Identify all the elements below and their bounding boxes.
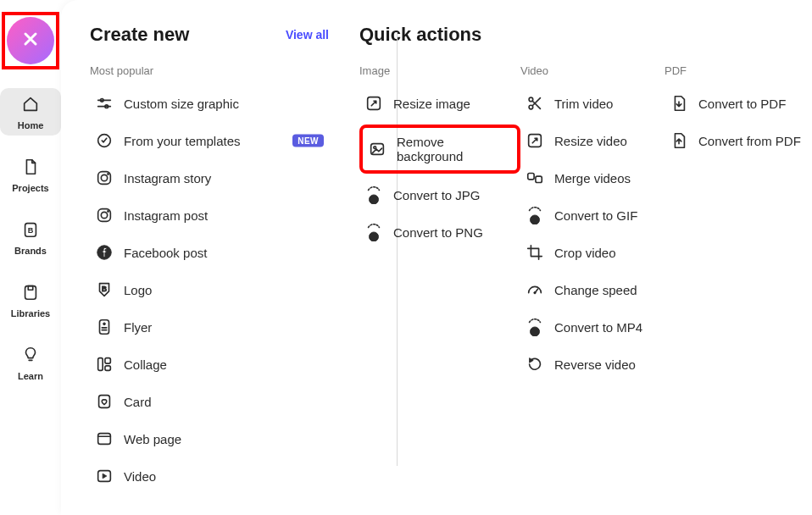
templates-icon: [95, 131, 114, 150]
flyer-icon: [95, 318, 114, 336]
item-change-speed[interactable]: Change speed: [520, 274, 665, 306]
lightbulb-icon: [21, 346, 40, 368]
item-crop-video[interactable]: Crop video: [520, 236, 665, 269]
svg-rect-25: [99, 396, 110, 408]
quick-actions-section: Quick actions Image Resize image: [359, 24, 809, 498]
sidebar-item-projects[interactable]: Projects: [0, 151, 61, 198]
new-badge: NEW: [292, 135, 324, 147]
item-label: Trim video: [554, 97, 613, 111]
column-label-image: Image: [359, 64, 520, 77]
item-card[interactable]: Card: [90, 385, 329, 418]
item-label: Card: [124, 395, 152, 409]
quick-col-video: Video Trim video Resize vide: [520, 64, 665, 380]
item-label: Convert to GIF: [554, 208, 637, 223]
create-item-list: Custom size graphic From your templates …: [90, 87, 329, 492]
item-label: Video: [124, 469, 156, 484]
item-label: Convert to MP4: [554, 320, 642, 335]
most-popular-subheading: Most popular: [90, 64, 329, 77]
item-label: Facebook post: [124, 246, 207, 260]
item-label: Remove background: [397, 135, 512, 163]
merge-icon: [526, 169, 544, 187]
convert-gif-icon: [526, 206, 544, 224]
reverse-icon: [526, 355, 544, 374]
view-all-link[interactable]: View all: [286, 28, 329, 42]
remove-bg-icon: [368, 140, 387, 158]
column-label-pdf: PDF: [665, 64, 809, 77]
item-logo[interactable]: B Logo: [90, 274, 329, 306]
sidebar: Home Projects B Brands Libraries Learn: [0, 0, 61, 515]
sidebar-item-home[interactable]: Home: [0, 88, 61, 136]
item-label: Convert to JPG: [393, 188, 481, 202]
facebook-icon: [95, 243, 114, 262]
item-convert-to-mp4[interactable]: Convert to MP4: [520, 311, 665, 343]
item-video[interactable]: Video: [90, 460, 329, 492]
sidebar-item-learn[interactable]: Learn: [0, 339, 61, 386]
create-new-section: Create new View all Most popular Custom …: [90, 24, 329, 498]
highlight-create-button: [2, 12, 59, 69]
to-pdf-icon: [670, 94, 688, 113]
svg-rect-24: [105, 366, 110, 371]
instagram-icon: [95, 206, 114, 224]
svg-point-40: [534, 291, 536, 293]
item-from-your-templates[interactable]: From your templates NEW: [90, 125, 329, 157]
crop-icon: [526, 243, 544, 262]
item-label: Reverse video: [554, 357, 636, 372]
sidebar-item-label: Home: [18, 120, 44, 130]
svg-rect-3: [28, 286, 33, 291]
svg-text:B: B: [102, 285, 107, 293]
svg-rect-38: [536, 176, 542, 182]
item-custom-size-graphic[interactable]: Custom size graphic: [90, 87, 329, 119]
item-collage[interactable]: Collage: [90, 348, 329, 380]
from-pdf-icon: [670, 131, 688, 150]
item-resize-video[interactable]: Resize video: [520, 125, 665, 157]
item-trim-video[interactable]: Trim video: [520, 87, 665, 119]
collage-icon: [95, 355, 114, 374]
file-icon: [21, 158, 40, 180]
item-facebook-post[interactable]: Facebook post: [90, 236, 329, 269]
svg-rect-23: [105, 358, 110, 363]
item-resize-image[interactable]: Resize image: [359, 87, 520, 119]
video-play-icon: [95, 467, 114, 485]
item-convert-to-png[interactable]: Convert to PNG: [359, 216, 520, 248]
item-label: Resize video: [554, 134, 627, 148]
svg-rect-26: [98, 434, 111, 445]
create-new-heading: Create new: [90, 24, 189, 46]
item-convert-from-pdf[interactable]: Convert from PDF: [665, 125, 809, 157]
item-convert-to-jpg[interactable]: Convert to JPG: [359, 179, 520, 211]
svg-point-31: [374, 147, 376, 149]
item-label: Logo: [124, 283, 152, 297]
sidebar-item-label: Brands: [14, 246, 47, 256]
instagram-icon: [95, 169, 114, 187]
item-flyer[interactable]: Flyer: [90, 311, 329, 343]
item-reverse-video[interactable]: Reverse video: [520, 348, 665, 380]
item-web-page[interactable]: Web page: [90, 423, 329, 455]
item-label: Convert to PDF: [698, 97, 786, 111]
resize-video-icon: [526, 131, 544, 150]
sidebar-item-brands[interactable]: B Brands: [0, 213, 61, 261]
svg-point-15: [107, 210, 108, 212]
convert-mp4-icon: [526, 318, 544, 336]
svg-rect-18: [100, 320, 109, 335]
item-convert-to-pdf[interactable]: Convert to PDF: [665, 87, 809, 119]
convert-jpg-icon: [364, 186, 383, 204]
item-instagram-post[interactable]: Instagram post: [90, 199, 329, 231]
home-icon: [21, 95, 40, 117]
logo-badge-icon: B: [95, 280, 114, 299]
quick-actions-heading: Quick actions: [359, 24, 481, 46]
scissors-icon: [526, 94, 544, 113]
item-instagram-story[interactable]: Instagram story: [90, 162, 329, 194]
svg-point-12: [107, 173, 108, 174]
svg-point-19: [103, 323, 106, 325]
webpage-icon: [95, 429, 114, 448]
svg-text:B: B: [28, 226, 34, 235]
item-label: Merge videos: [554, 171, 631, 186]
main-panel: Create new View all Most popular Custom …: [61, 0, 812, 515]
sidebar-item-libraries[interactable]: Libraries: [0, 276, 61, 324]
item-convert-to-gif[interactable]: Convert to GIF: [520, 199, 665, 231]
svg-rect-37: [528, 174, 534, 180]
item-label: Crop video: [554, 246, 616, 260]
library-icon: [21, 283, 40, 305]
item-remove-background[interactable]: Remove background: [359, 125, 520, 174]
create-button[interactable]: [7, 17, 54, 64]
item-merge-videos[interactable]: Merge videos: [520, 162, 665, 194]
